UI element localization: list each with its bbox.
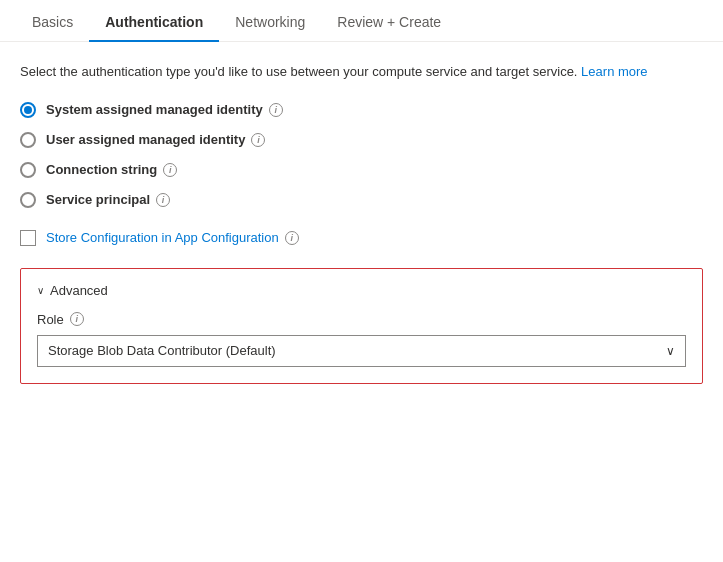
- tab-basics[interactable]: Basics: [16, 0, 89, 42]
- radio-item-connection-string[interactable]: Connection string i: [20, 162, 703, 178]
- info-icon-connection-string: i: [163, 163, 177, 177]
- advanced-title: Advanced: [50, 283, 108, 298]
- role-dropdown[interactable]: Storage Blob Data Contributor (Default) …: [37, 335, 686, 367]
- info-icon-user-assigned: i: [251, 133, 265, 147]
- radio-item-user-assigned[interactable]: User assigned managed identity i: [20, 132, 703, 148]
- role-label-text: Role: [37, 312, 64, 327]
- info-icon-role: i: [70, 312, 84, 326]
- radio-label-user-assigned: User assigned managed identity i: [46, 132, 265, 147]
- nav-tabs: Basics Authentication Networking Review …: [0, 0, 723, 42]
- advanced-chevron-icon: ∨: [37, 285, 44, 296]
- radio-item-system-assigned[interactable]: System assigned managed identity i: [20, 102, 703, 118]
- radio-connection-string[interactable]: [20, 162, 36, 178]
- radio-label-system-assigned: System assigned managed identity i: [46, 102, 283, 117]
- advanced-header[interactable]: ∨ Advanced: [37, 283, 686, 298]
- dropdown-chevron-icon: ∨: [666, 344, 675, 358]
- role-label-container: Role i: [37, 312, 686, 327]
- store-config-checkbox[interactable]: [20, 230, 36, 246]
- advanced-section: ∨ Advanced Role i Storage Blob Data Cont…: [20, 268, 703, 384]
- info-icon-service-principal: i: [156, 193, 170, 207]
- store-config-label: Store Configuration in App Configuration…: [46, 230, 299, 245]
- dropdown-selected-value: Storage Blob Data Contributor (Default): [48, 343, 276, 358]
- description-body: Select the authentication type you'd lik…: [20, 64, 577, 79]
- radio-label-service-principal: Service principal i: [46, 192, 170, 207]
- description-text: Select the authentication type you'd lik…: [20, 62, 700, 82]
- radio-label-connection-string: Connection string i: [46, 162, 177, 177]
- store-config-checkbox-item[interactable]: Store Configuration in App Configuration…: [20, 230, 703, 246]
- radio-user-assigned[interactable]: [20, 132, 36, 148]
- authentication-radio-group: System assigned managed identity i User …: [20, 102, 703, 208]
- main-content: Select the authentication type you'd lik…: [0, 42, 723, 404]
- tab-authentication[interactable]: Authentication: [89, 0, 219, 42]
- info-icon-system-assigned: i: [269, 103, 283, 117]
- radio-item-service-principal[interactable]: Service principal i: [20, 192, 703, 208]
- tab-review-create[interactable]: Review + Create: [321, 0, 457, 42]
- radio-system-assigned[interactable]: [20, 102, 36, 118]
- info-icon-store-config: i: [285, 231, 299, 245]
- radio-service-principal[interactable]: [20, 192, 36, 208]
- learn-more-link[interactable]: Learn more: [581, 64, 647, 79]
- tab-networking[interactable]: Networking: [219, 0, 321, 42]
